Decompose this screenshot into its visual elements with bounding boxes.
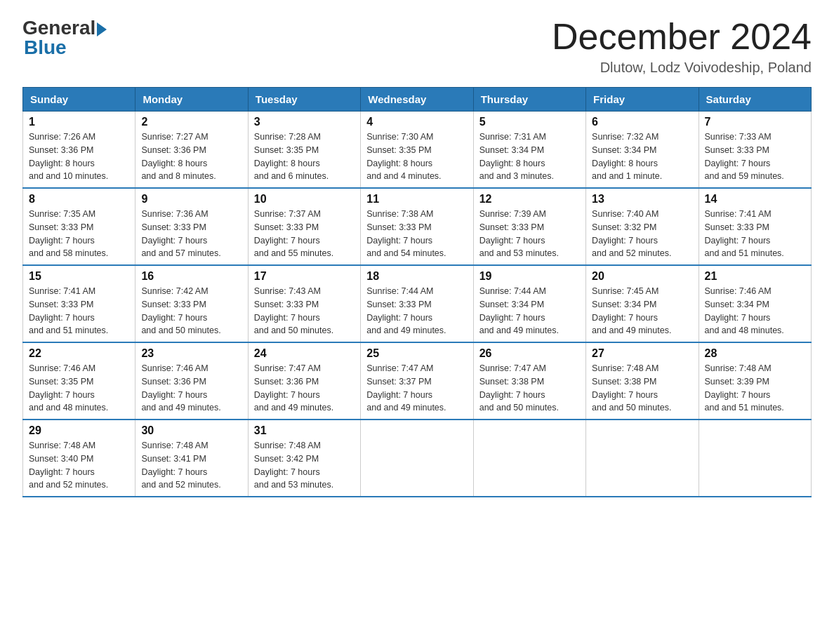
day-number: 21 — [705, 270, 805, 283]
calendar-cell: 31Sunrise: 7:48 AMSunset: 3:42 PMDayligh… — [248, 420, 360, 497]
calendar-week-5: 29Sunrise: 7:48 AMSunset: 3:40 PMDayligh… — [23, 420, 812, 497]
calendar-cell: 21Sunrise: 7:46 AMSunset: 3:34 PMDayligh… — [699, 265, 811, 342]
page-header: General Blue December 2024 Dlutow, Lodz … — [22, 17, 812, 76]
calendar-cell: 24Sunrise: 7:47 AMSunset: 3:36 PMDayligh… — [248, 342, 360, 420]
day-info: Sunrise: 7:41 AMSunset: 3:33 PMDaylight:… — [705, 208, 805, 260]
day-info: Sunrise: 7:28 AMSunset: 3:35 PMDaylight:… — [254, 130, 355, 183]
calendar-cell: 10Sunrise: 7:37 AMSunset: 3:33 PMDayligh… — [248, 188, 360, 265]
calendar-cell: 1Sunrise: 7:26 AMSunset: 3:36 PMDaylight… — [23, 112, 135, 189]
day-info: Sunrise: 7:47 AMSunset: 3:36 PMDaylight:… — [254, 362, 355, 415]
day-number: 2 — [141, 116, 241, 128]
day-number: 25 — [366, 347, 467, 360]
day-number: 12 — [479, 193, 580, 206]
calendar-cell: 8Sunrise: 7:35 AMSunset: 3:33 PMDaylight… — [23, 188, 135, 265]
day-info: Sunrise: 7:47 AMSunset: 3:38 PMDaylight:… — [479, 362, 580, 415]
day-header-wednesday: Wednesday — [361, 88, 473, 112]
calendar-cell: 4Sunrise: 7:30 AMSunset: 3:35 PMDaylight… — [361, 112, 473, 189]
day-header-sunday: Sunday — [23, 88, 135, 112]
day-info: Sunrise: 7:42 AMSunset: 3:33 PMDaylight:… — [141, 285, 241, 337]
day-number: 6 — [592, 116, 692, 128]
day-header-row: SundayMondayTuesdayWednesdayThursdayFrid… — [23, 88, 812, 112]
calendar-cell: 11Sunrise: 7:38 AMSunset: 3:33 PMDayligh… — [361, 188, 473, 265]
calendar-header: SundayMondayTuesdayWednesdayThursdayFrid… — [23, 88, 812, 112]
day-info: Sunrise: 7:46 AMSunset: 3:35 PMDaylight:… — [29, 362, 129, 415]
day-number: 16 — [141, 270, 241, 283]
calendar-cell: 3Sunrise: 7:28 AMSunset: 3:35 PMDaylight… — [248, 112, 360, 189]
logo: General Blue — [22, 17, 107, 59]
calendar-cell: 30Sunrise: 7:48 AMSunset: 3:41 PMDayligh… — [135, 420, 248, 497]
calendar-week-3: 15Sunrise: 7:41 AMSunset: 3:33 PMDayligh… — [23, 265, 812, 342]
day-info: Sunrise: 7:26 AMSunset: 3:36 PMDaylight:… — [29, 130, 129, 183]
calendar-cell: 19Sunrise: 7:44 AMSunset: 3:34 PMDayligh… — [473, 265, 585, 342]
calendar-cell: 25Sunrise: 7:47 AMSunset: 3:37 PMDayligh… — [361, 342, 473, 420]
day-info: Sunrise: 7:38 AMSunset: 3:33 PMDaylight:… — [366, 208, 467, 260]
day-number: 29 — [29, 424, 129, 437]
calendar-week-4: 22Sunrise: 7:46 AMSunset: 3:35 PMDayligh… — [23, 342, 812, 420]
calendar-cell — [473, 420, 585, 497]
location-subtitle: Dlutow, Lodz Voivodeship, Poland — [552, 60, 812, 76]
day-number: 1 — [29, 116, 129, 128]
calendar-cell: 27Sunrise: 7:48 AMSunset: 3:38 PMDayligh… — [586, 342, 699, 420]
calendar-cell: 2Sunrise: 7:27 AMSunset: 3:36 PMDaylight… — [135, 112, 248, 189]
title-section: December 2024 Dlutow, Lodz Voivodeship, … — [552, 17, 812, 76]
day-header-saturday: Saturday — [699, 88, 811, 112]
calendar-week-1: 1Sunrise: 7:26 AMSunset: 3:36 PMDaylight… — [23, 112, 812, 189]
calendar-cell: 23Sunrise: 7:46 AMSunset: 3:36 PMDayligh… — [135, 342, 248, 420]
day-info: Sunrise: 7:48 AMSunset: 3:40 PMDaylight:… — [29, 439, 129, 492]
day-info: Sunrise: 7:37 AMSunset: 3:33 PMDaylight:… — [254, 208, 355, 260]
calendar-cell — [586, 420, 699, 497]
logo-arrow-icon — [97, 22, 107, 36]
day-info: Sunrise: 7:27 AMSunset: 3:36 PMDaylight:… — [141, 130, 241, 183]
calendar-cell: 13Sunrise: 7:40 AMSunset: 3:32 PMDayligh… — [586, 188, 699, 265]
calendar-table: SundayMondayTuesdayWednesdayThursdayFrid… — [22, 87, 812, 497]
calendar-cell: 28Sunrise: 7:48 AMSunset: 3:39 PMDayligh… — [699, 342, 811, 420]
day-info: Sunrise: 7:35 AMSunset: 3:33 PMDaylight:… — [29, 208, 129, 260]
day-number: 5 — [479, 116, 580, 128]
day-info: Sunrise: 7:32 AMSunset: 3:34 PMDaylight:… — [592, 130, 692, 183]
calendar-cell: 9Sunrise: 7:36 AMSunset: 3:33 PMDaylight… — [135, 188, 248, 265]
day-number: 30 — [141, 424, 241, 437]
day-info: Sunrise: 7:33 AMSunset: 3:33 PMDaylight:… — [705, 130, 805, 183]
day-number: 15 — [29, 270, 129, 283]
day-info: Sunrise: 7:30 AMSunset: 3:35 PMDaylight:… — [366, 130, 467, 183]
day-number: 7 — [705, 116, 805, 128]
day-header-tuesday: Tuesday — [248, 88, 360, 112]
day-info: Sunrise: 7:40 AMSunset: 3:32 PMDaylight:… — [592, 208, 692, 260]
day-header-friday: Friday — [586, 88, 699, 112]
calendar-cell: 12Sunrise: 7:39 AMSunset: 3:33 PMDayligh… — [473, 188, 585, 265]
day-info: Sunrise: 7:46 AMSunset: 3:36 PMDaylight:… — [141, 362, 241, 415]
day-number: 11 — [366, 193, 467, 206]
day-number: 13 — [592, 193, 692, 206]
day-number: 28 — [705, 347, 805, 360]
calendar-cell — [361, 420, 473, 497]
day-info: Sunrise: 7:48 AMSunset: 3:42 PMDaylight:… — [254, 439, 355, 492]
calendar-cell: 26Sunrise: 7:47 AMSunset: 3:38 PMDayligh… — [473, 342, 585, 420]
logo-blue-text: Blue — [22, 36, 67, 59]
calendar-cell: 15Sunrise: 7:41 AMSunset: 3:33 PMDayligh… — [23, 265, 135, 342]
day-info: Sunrise: 7:48 AMSunset: 3:41 PMDaylight:… — [141, 439, 241, 492]
day-info: Sunrise: 7:36 AMSunset: 3:33 PMDaylight:… — [141, 208, 241, 260]
day-info: Sunrise: 7:31 AMSunset: 3:34 PMDaylight:… — [479, 130, 580, 183]
day-info: Sunrise: 7:44 AMSunset: 3:33 PMDaylight:… — [366, 285, 467, 337]
calendar-cell: 6Sunrise: 7:32 AMSunset: 3:34 PMDaylight… — [586, 112, 699, 189]
calendar-cell: 7Sunrise: 7:33 AMSunset: 3:33 PMDaylight… — [699, 112, 811, 189]
calendar-cell — [699, 420, 811, 497]
calendar-cell: 16Sunrise: 7:42 AMSunset: 3:33 PMDayligh… — [135, 265, 248, 342]
calendar-body: 1Sunrise: 7:26 AMSunset: 3:36 PMDaylight… — [23, 112, 812, 497]
calendar-cell: 17Sunrise: 7:43 AMSunset: 3:33 PMDayligh… — [248, 265, 360, 342]
day-info: Sunrise: 7:47 AMSunset: 3:37 PMDaylight:… — [366, 362, 467, 415]
day-number: 4 — [366, 116, 467, 128]
day-number: 10 — [254, 193, 355, 206]
day-number: 18 — [366, 270, 467, 283]
day-info: Sunrise: 7:44 AMSunset: 3:34 PMDaylight:… — [479, 285, 580, 337]
day-info: Sunrise: 7:39 AMSunset: 3:33 PMDaylight:… — [479, 208, 580, 260]
calendar-cell: 29Sunrise: 7:48 AMSunset: 3:40 PMDayligh… — [23, 420, 135, 497]
day-number: 26 — [479, 347, 580, 360]
day-number: 24 — [254, 347, 355, 360]
calendar-cell: 20Sunrise: 7:45 AMSunset: 3:34 PMDayligh… — [586, 265, 699, 342]
day-number: 9 — [141, 193, 241, 206]
calendar-cell: 22Sunrise: 7:46 AMSunset: 3:35 PMDayligh… — [23, 342, 135, 420]
month-title: December 2024 — [552, 17, 812, 57]
day-number: 8 — [29, 193, 129, 206]
day-number: 19 — [479, 270, 580, 283]
